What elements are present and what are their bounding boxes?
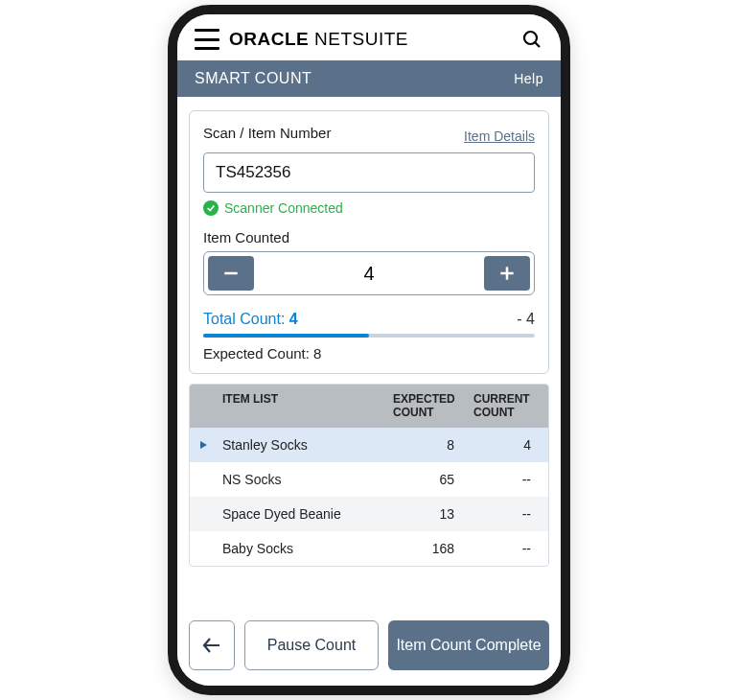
table-row[interactable]: Space Dyed Beanie13-- <box>190 497 548 531</box>
scan-input[interactable] <box>203 152 535 193</box>
back-button[interactable] <box>189 620 235 670</box>
expected-value: 65 <box>387 462 468 497</box>
scanner-status-row: Scanner Connected <box>203 200 535 216</box>
section-title: SMART COUNT <box>195 70 311 87</box>
svg-point-0 <box>524 32 537 44</box>
quantity-value[interactable]: 4 <box>258 252 480 294</box>
col-item: ITEM LIST <box>217 385 387 428</box>
item-counted-label: Item Counted <box>203 229 535 245</box>
scan-label: Scan / Item Number <box>203 125 331 141</box>
menu-icon[interactable] <box>195 29 219 50</box>
variance-value: - 4 <box>517 311 535 328</box>
expected-value: 168 <box>387 531 468 566</box>
item-name: NS Socks <box>217 462 387 497</box>
brand-light: NETSUITE <box>314 29 408 49</box>
item-list-table: ITEM LIST EXPECTED COUNT CURRENT COUNT S… <box>189 384 549 567</box>
progress-fill <box>203 334 369 338</box>
row-indicator-icon <box>190 497 217 531</box>
row-indicator-icon <box>190 462 217 497</box>
item-name: Baby Socks <box>217 531 387 566</box>
pause-count-button[interactable]: Pause Count <box>244 620 379 670</box>
item-name: Stanley Socks <box>217 428 387 462</box>
table-header: ITEM LIST EXPECTED COUNT CURRENT COUNT <box>190 385 548 428</box>
current-value: -- <box>468 531 548 566</box>
col-current: CURRENT COUNT <box>468 385 548 428</box>
check-icon <box>203 200 219 216</box>
totals-block: Total Count: 4 - 4 Expected Count: 8 <box>203 311 535 362</box>
brand-logo: ORACLE NETSUITE <box>229 29 408 50</box>
expected-count: Expected Count: 8 <box>203 345 535 362</box>
item-name: Space Dyed Beanie <box>217 497 387 531</box>
scanner-status-text: Scanner Connected <box>224 200 343 216</box>
brand-strong: ORACLE <box>229 29 309 49</box>
section-bar: SMART COUNT Help <box>177 60 561 97</box>
row-indicator-icon <box>190 531 217 566</box>
quantity-stepper: 4 <box>203 251 535 295</box>
current-value: -- <box>468 462 548 497</box>
progress-bar <box>203 334 535 338</box>
total-count-label: Total Count: <box>203 311 285 327</box>
count-card: Scan / Item Number Item Details Scanner … <box>189 110 549 374</box>
content-area: Scan / Item Number Item Details Scanner … <box>177 97 561 609</box>
item-details-link[interactable]: Item Details <box>464 128 535 144</box>
total-count-value: 4 <box>289 311 298 327</box>
current-value: -- <box>468 497 548 531</box>
footer-actions: Pause Count Item Count Complete <box>177 609 561 686</box>
increment-button[interactable] <box>484 256 530 291</box>
expected-value: 8 <box>387 428 468 462</box>
search-icon[interactable] <box>520 28 543 51</box>
current-value: 4 <box>468 428 548 462</box>
header-left: ORACLE NETSUITE <box>195 29 408 50</box>
app-header: ORACLE NETSUITE <box>177 14 561 60</box>
svg-rect-2 <box>224 272 237 275</box>
table-row[interactable]: Baby Socks168-- <box>190 531 548 566</box>
total-count: Total Count: 4 <box>203 311 298 328</box>
table-row[interactable]: NS Socks65-- <box>190 462 548 497</box>
expected-count-value: 8 <box>313 345 321 362</box>
expected-value: 13 <box>387 497 468 531</box>
svg-line-1 <box>535 42 540 47</box>
svg-marker-5 <box>200 441 207 449</box>
table-body: Stanley Socks84NS Socks65--Space Dyed Be… <box>190 428 548 566</box>
svg-rect-4 <box>506 267 509 279</box>
help-link[interactable]: Help <box>514 71 543 86</box>
app-screen: ORACLE NETSUITE SMART COUNT Help Scan / … <box>177 14 561 686</box>
table-row[interactable]: Stanley Socks84 <box>190 428 548 462</box>
row-indicator-icon <box>190 428 217 462</box>
decrement-button[interactable] <box>208 256 254 291</box>
arrow-left-icon <box>200 634 223 657</box>
phone-frame: ORACLE NETSUITE SMART COUNT Help Scan / … <box>168 5 570 695</box>
item-count-complete-button[interactable]: Item Count Complete <box>388 620 549 670</box>
expected-count-label: Expected Count: <box>203 345 310 362</box>
col-expected: EXPECTED COUNT <box>387 385 468 428</box>
